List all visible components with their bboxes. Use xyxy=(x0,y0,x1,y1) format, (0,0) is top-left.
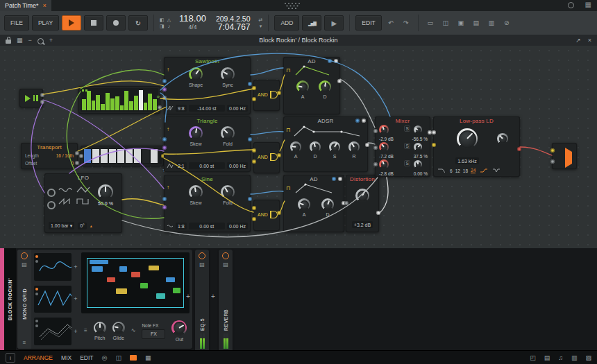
pitch-in-port[interactable] xyxy=(162,137,167,141)
port[interactable] xyxy=(334,59,338,63)
device-name[interactable]: MONO GRID xyxy=(22,288,27,320)
retrigger-port-icon[interactable]: ↑ xyxy=(167,185,169,191)
port[interactable] xyxy=(47,189,56,197)
port[interactable] xyxy=(158,105,162,110)
seq-bar[interactable] xyxy=(96,95,100,110)
focus-icon[interactable]: ◎ xyxy=(102,354,108,361)
port[interactable] xyxy=(328,59,332,63)
port[interactable] xyxy=(338,177,342,181)
slope-24[interactable]: 24 xyxy=(471,168,476,173)
module-steps[interactable]: » xyxy=(78,86,160,114)
pitch-in-port[interactable] xyxy=(162,197,167,201)
device-panel-toggle-icon[interactable] xyxy=(130,355,137,361)
attack-knob[interactable] xyxy=(298,198,310,211)
port[interactable] xyxy=(332,177,336,181)
fold-knob[interactable] xyxy=(221,126,235,140)
consolidate-icon[interactable]: ▣ xyxy=(455,19,467,26)
in-port[interactable] xyxy=(432,130,436,135)
cutoff-knob[interactable] xyxy=(457,128,478,149)
clip-note[interactable] xyxy=(90,260,109,264)
gate-cell[interactable] xyxy=(109,149,116,163)
decay-knob[interactable] xyxy=(321,198,334,211)
volume-knob[interactable] xyxy=(379,125,389,135)
browser-panel-icon[interactable]: ▤ xyxy=(544,354,550,361)
freq-value[interactable]: 0.00 Hz xyxy=(227,162,248,169)
device-power-button[interactable] xyxy=(199,252,205,259)
in-port[interactable] xyxy=(344,201,348,205)
clip-note[interactable] xyxy=(119,266,127,272)
seq-bar[interactable] xyxy=(92,101,96,110)
slope-18[interactable]: 18 xyxy=(463,168,468,173)
volume-value[interactable]: -2.8 dB xyxy=(379,171,394,176)
clip-note[interactable] xyxy=(107,277,115,283)
device-menu-icon[interactable]: ▤ xyxy=(223,262,228,268)
follow-icon[interactable]: ⇄ xyxy=(259,17,263,22)
gate-port-icon[interactable]: ⊓ xyxy=(286,186,290,191)
clip-note[interactable] xyxy=(92,266,103,272)
port[interactable] xyxy=(47,201,56,209)
skew-knob[interactable] xyxy=(189,126,203,140)
shape-knob[interactable] xyxy=(189,67,203,81)
notifications-icon[interactable] xyxy=(568,2,574,8)
device-eq5[interactable]: ▤ EQ-5 xyxy=(195,250,209,354)
audio-out-port[interactable] xyxy=(248,137,252,141)
delete-icon[interactable]: ⊘ xyxy=(501,19,513,26)
freq-value[interactable]: 0.00 Hz xyxy=(227,105,248,112)
record-button[interactable] xyxy=(106,15,126,31)
punch-out-icon[interactable]: ◨ xyxy=(160,24,165,28)
port[interactable] xyxy=(252,148,256,153)
solo-badge[interactable]: S xyxy=(404,160,410,166)
note-editor-icon[interactable]: ♫ xyxy=(558,354,563,361)
mixer-panel-icon[interactable]: ▥ xyxy=(571,354,578,361)
out-port[interactable] xyxy=(517,147,521,151)
port[interactable] xyxy=(75,161,79,165)
slope-6[interactable]: 6 xyxy=(450,168,453,173)
module-lowpass[interactable]: Low-pass LD 1.63 kHz 6 12 18 24 xyxy=(433,116,520,177)
tempo-display[interactable]: 118.00 xyxy=(179,15,206,23)
gate-port-icon[interactable]: ⊓ xyxy=(286,68,290,73)
in-port[interactable] xyxy=(373,162,378,166)
module-and-2[interactable]: AND xyxy=(253,142,280,173)
mix-view-button[interactable]: MIX xyxy=(61,354,72,361)
module-sine[interactable]: Sine ↑ Skew Fold 1:8 0.00 st 0.00 Hz xyxy=(164,175,251,232)
device-menu-icon[interactable]: ▤ xyxy=(22,262,27,268)
clip-note[interactable] xyxy=(173,288,180,293)
module-lfo[interactable]: LFO 50.0 % 1.00 bar ▾ 0° ▴ xyxy=(44,173,122,233)
port[interactable] xyxy=(162,96,167,100)
solo-badge[interactable]: S xyxy=(404,143,410,149)
loop-button[interactable]: ↻ xyxy=(128,15,148,31)
fold-knob[interactable] xyxy=(221,185,235,199)
clip-note[interactable] xyxy=(149,266,159,271)
skew-knob[interactable] xyxy=(189,185,203,199)
lfo-amount-value[interactable]: 50.0 % xyxy=(98,201,113,206)
in-port[interactable] xyxy=(550,148,555,153)
clip-editor[interactable] xyxy=(81,252,190,313)
legato-icon[interactable]: ∿ xyxy=(131,328,136,333)
module-ad-top[interactable]: AD ⊓ A D xyxy=(283,57,340,114)
device-name[interactable]: EQ-5 xyxy=(200,270,205,331)
decay-knob[interactable] xyxy=(310,141,321,153)
metronome-icon[interactable]: △ xyxy=(167,17,171,22)
add-device-button[interactable]: + xyxy=(186,293,190,300)
glide-knob[interactable] xyxy=(112,322,125,334)
lfo-phase-value[interactable]: 0° xyxy=(78,223,87,229)
retrigger-port-icon[interactable]: ↑ xyxy=(167,127,169,132)
close-editor-icon[interactable]: × xyxy=(588,37,591,44)
port[interactable] xyxy=(252,86,256,90)
release-knob[interactable] xyxy=(348,141,360,153)
attack-knob[interactable] xyxy=(296,80,309,93)
device-menu-icon[interactable]: ▤ xyxy=(199,262,205,268)
gate-cell[interactable] xyxy=(92,149,99,163)
seq-out-port-icon[interactable]: » xyxy=(157,94,160,100)
undo-icon[interactable]: ↶ xyxy=(385,19,397,26)
edit-view-button[interactable]: EDIT xyxy=(80,354,93,361)
port[interactable] xyxy=(355,119,360,123)
port[interactable] xyxy=(277,91,281,95)
ratio-value[interactable]: 2:1 xyxy=(176,162,187,169)
module-gates[interactable]: T xyxy=(81,146,164,166)
port[interactable] xyxy=(40,100,44,104)
module-audio-out[interactable] xyxy=(552,143,577,169)
add-button[interactable]: ADD xyxy=(274,15,299,31)
out-knob[interactable] xyxy=(171,320,187,336)
copy-icon[interactable]: ▤ xyxy=(470,19,482,26)
